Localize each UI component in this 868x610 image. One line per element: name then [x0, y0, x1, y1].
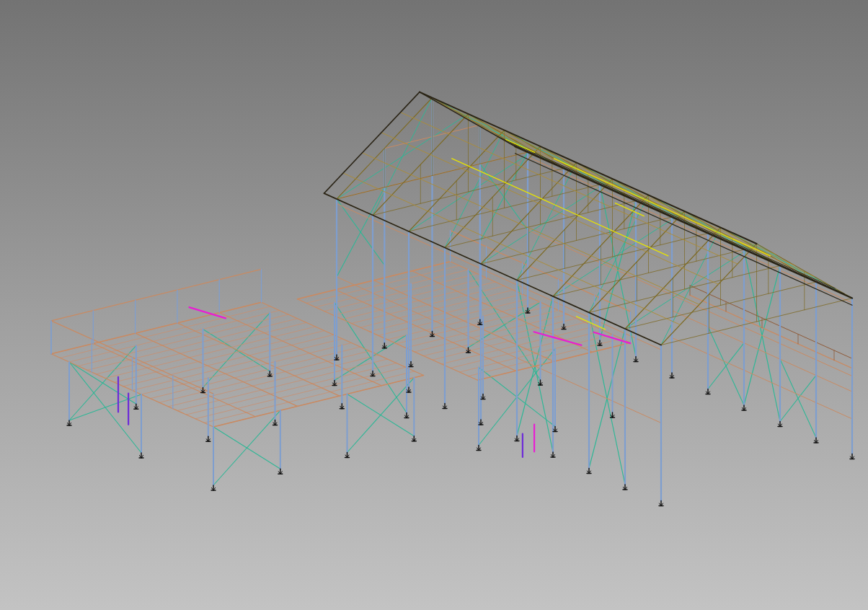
- floor-joists-group: [51, 262, 631, 427]
- viewport-3d-model[interactable]: [0, 0, 868, 610]
- column-base-markers-group: [67, 308, 854, 506]
- beams-girts-group: [51, 125, 852, 427]
- application-canvas: [0, 0, 868, 610]
- bracing-members-group: [69, 98, 852, 486]
